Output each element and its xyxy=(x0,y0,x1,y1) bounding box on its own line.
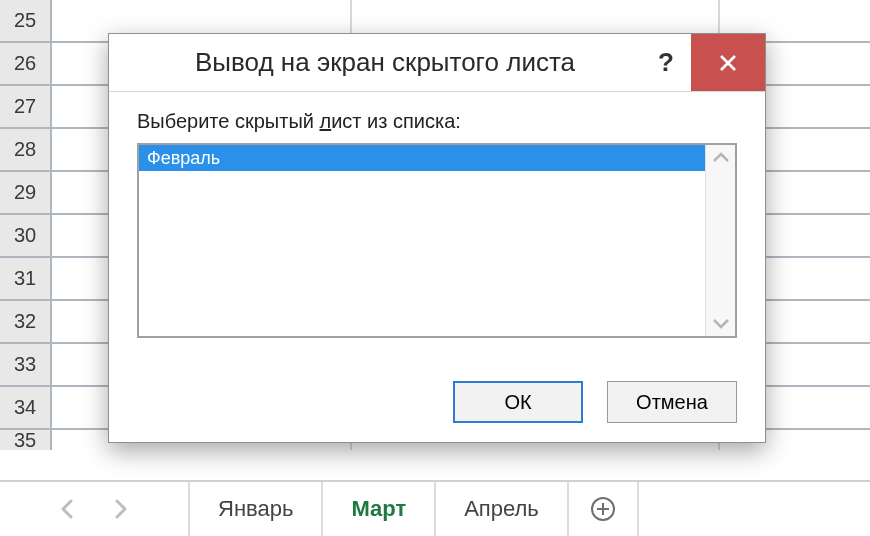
sheet-nav-next[interactable] xyxy=(113,499,129,519)
titlebar-buttons: ? xyxy=(641,34,765,91)
scroll-up-icon xyxy=(712,151,730,163)
sheet-nav xyxy=(0,482,190,536)
unhide-sheet-dialog: Вывод на экран скрытого листа ? Выберите… xyxy=(108,33,766,443)
row-header[interactable]: 31 xyxy=(0,258,52,299)
row-header[interactable]: 33 xyxy=(0,344,52,385)
prompt-prefix: Выберите скрытый xyxy=(137,110,320,132)
prompt-suffix: ист из списка: xyxy=(331,110,461,132)
list-item[interactable]: Февраль xyxy=(139,145,735,171)
row-header[interactable]: 28 xyxy=(0,129,52,170)
sheet-tab[interactable]: Январь xyxy=(190,482,323,536)
sheet-tab-strip: ЯнварьМартАпрель xyxy=(0,480,870,536)
listbox-scrollbar[interactable] xyxy=(705,145,735,336)
close-icon xyxy=(718,53,738,73)
row-header[interactable]: 29 xyxy=(0,172,52,213)
row-header[interactable]: 25 xyxy=(0,0,52,41)
close-button[interactable] xyxy=(691,34,765,91)
cancel-button[interactable]: Отмена xyxy=(607,381,737,423)
prompt-label: Выберите скрытый лист из списка: xyxy=(137,110,737,133)
dialog-titlebar: Вывод на экран скрытого листа ? xyxy=(109,34,765,92)
scroll-down-icon xyxy=(712,318,730,330)
help-button[interactable]: ? xyxy=(641,34,691,91)
sheet-tab[interactable]: Апрель xyxy=(436,482,569,536)
row-header[interactable]: 34 xyxy=(0,387,52,428)
new-sheet-button[interactable] xyxy=(569,482,639,536)
ok-button[interactable]: ОК xyxy=(453,381,583,423)
prompt-mnemonic: л xyxy=(320,110,332,132)
hidden-sheets-listbox[interactable]: Февраль xyxy=(137,143,737,338)
row-header[interactable]: 27 xyxy=(0,86,52,127)
dialog-title: Вывод на экран скрытого листа xyxy=(109,34,641,91)
dialog-footer: ОК Отмена xyxy=(109,362,765,442)
sheet-tabs: ЯнварьМартАпрель xyxy=(190,482,569,536)
dialog-body: Выберите скрытый лист из списка: Февраль xyxy=(109,92,765,362)
sheet-tab[interactable]: Март xyxy=(323,480,436,536)
row-header[interactable]: 26 xyxy=(0,43,52,84)
sheet-nav-prev[interactable] xyxy=(59,499,75,519)
row-header[interactable]: 32 xyxy=(0,301,52,342)
row-header[interactable]: 35 xyxy=(0,430,52,450)
row-header[interactable]: 30 xyxy=(0,215,52,256)
